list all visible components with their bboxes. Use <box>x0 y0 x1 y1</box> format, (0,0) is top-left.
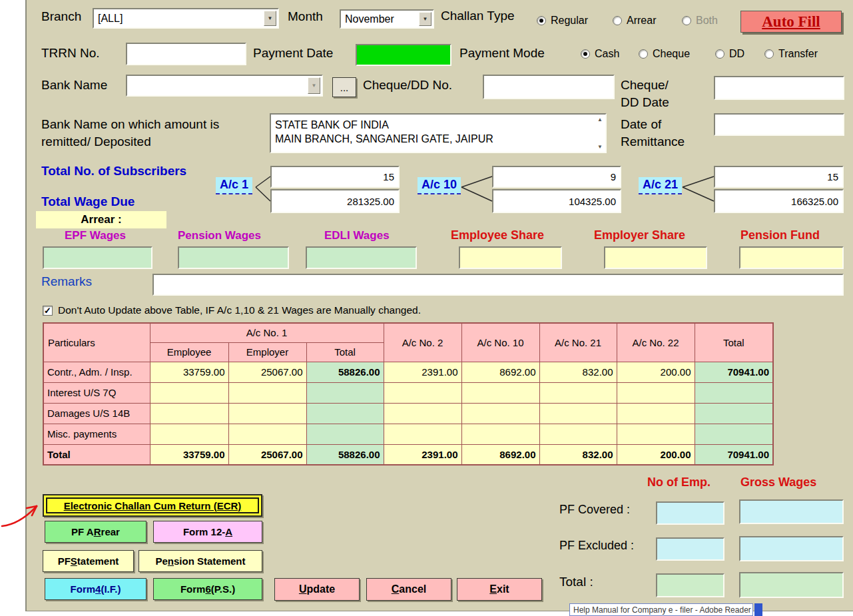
month-label: Month <box>288 9 323 24</box>
table-cell[interactable]: 70941.00 <box>695 362 773 382</box>
dropdown-arrow-icon[interactable]: ▼ <box>419 12 431 26</box>
pf-excluded-wages-input[interactable] <box>739 536 844 561</box>
radio-challan-both[interactable]: Both <box>682 15 718 27</box>
scroll-up-icon[interactable]: ▲ <box>597 117 603 123</box>
pf-covered-wages-input[interactable] <box>739 499 844 524</box>
table-cell[interactable] <box>228 403 306 424</box>
table-cell[interactable] <box>150 382 228 403</box>
table-cell[interactable] <box>306 403 384 424</box>
pension-statement-button[interactable]: Pension Statement <box>139 550 262 572</box>
scroll-down-icon[interactable]: ▼ <box>597 144 603 150</box>
exit-button[interactable]: Exit <box>457 578 542 601</box>
dropdown-arrow-icon[interactable]: ▼ <box>264 11 276 26</box>
pf-arrear-label-key: R <box>94 526 101 537</box>
epf-wages-input[interactable] <box>43 246 152 269</box>
bank-browse-button[interactable]: ... <box>332 77 356 97</box>
auto-update-checkbox-label: Don't Auto Update above Table, IF A/c 1,… <box>58 304 421 316</box>
account-1-subscribers-input[interactable]: 15 <box>270 166 400 188</box>
table-cell[interactable]: 25067.00 <box>228 362 306 382</box>
cheque-dd-no-input[interactable] <box>483 75 615 99</box>
account-21-wage-input[interactable]: 166325.00 <box>714 189 844 213</box>
table-cell[interactable] <box>539 382 617 403</box>
trrn-input[interactable] <box>126 43 246 65</box>
date-of-remittance-label-line2: Remittance <box>621 133 685 151</box>
cancel-button[interactable]: Cancel <box>366 578 451 601</box>
total-emp-input[interactable] <box>656 573 724 597</box>
form-6-label-post: (P.S.) <box>211 583 235 595</box>
form-4-button[interactable]: Form 4 (I.F.) <box>45 578 146 600</box>
remitted-bank-line2: MAIN BRANCH, SANGANERI GATE, JAIPUR <box>275 132 593 146</box>
table-cell[interactable] <box>617 424 695 444</box>
table-cell[interactable] <box>150 403 228 424</box>
form-6-button[interactable]: Form 6 (P.S.) <box>153 578 262 600</box>
table-cell[interactable] <box>384 403 461 424</box>
table-cell[interactable] <box>306 382 384 403</box>
table-cell[interactable] <box>384 382 461 403</box>
radio-challan-regular[interactable]: Regular <box>537 15 588 27</box>
ecr-button[interactable]: Electronic Challan Cum Return (ECR) <box>43 494 262 517</box>
table-cell[interactable] <box>461 403 539 424</box>
table-cell[interactable] <box>539 424 617 444</box>
pf-statement-label-key: S <box>71 555 77 567</box>
pf-excluded-emp-input[interactable] <box>656 537 724 561</box>
table-cell[interactable] <box>228 424 306 444</box>
radio-mode-transfer[interactable]: Transfer <box>764 48 818 60</box>
radio-challan-arrear[interactable]: Arrear <box>613 15 656 27</box>
scrollbar[interactable]: ▲ ▼ <box>595 115 605 151</box>
radio-label: Arrear <box>627 15 656 27</box>
employer-share-input[interactable] <box>604 246 707 269</box>
table-cell[interactable]: 2391.00 <box>384 362 461 382</box>
table-cell[interactable] <box>539 403 617 424</box>
row-label: Misc. payments <box>43 424 150 444</box>
table-cell[interactable] <box>384 424 461 444</box>
pension-wages-input[interactable] <box>178 246 289 269</box>
account-10-wage-input[interactable]: 104325.00 <box>492 189 621 213</box>
table-cell[interactable] <box>617 403 695 424</box>
account-10-subscribers-input[interactable]: 9 <box>492 166 621 188</box>
remarks-input[interactable] <box>152 274 844 296</box>
pf-statement-button[interactable]: PF Statement <box>43 550 134 572</box>
employee-share-input[interactable] <box>459 246 562 269</box>
account-1-wage-input[interactable]: 281325.00 <box>270 189 400 213</box>
bank-name-select[interactable]: ▼ <box>126 75 323 97</box>
total-wages-input[interactable] <box>739 572 844 598</box>
pf-covered-emp-input[interactable] <box>656 501 724 525</box>
auto-fill-button[interactable]: Auto Fill <box>740 11 842 33</box>
edli-wages-input[interactable] <box>306 246 417 269</box>
exit-label-post: xit <box>497 583 509 595</box>
table-cell[interactable] <box>306 424 384 444</box>
remitted-bank-label-line1: Bank Name on which amount is <box>41 116 219 133</box>
table-cell[interactable]: 58826.00 <box>306 362 384 382</box>
dropdown-arrow-icon[interactable]: ▼ <box>308 77 320 94</box>
branch-select-value: [ALL] <box>94 9 278 27</box>
account-21-subscribers-input[interactable]: 15 <box>714 166 844 188</box>
table-cell[interactable] <box>695 382 773 403</box>
cheque-dd-date-input[interactable] <box>714 76 844 100</box>
month-select[interactable]: November ▼ <box>340 9 434 29</box>
pension-fund-input[interactable] <box>739 246 844 269</box>
table-cell[interactable]: 200.00 <box>617 362 695 382</box>
table-cell[interactable] <box>695 424 773 444</box>
total-wage-due-label: Total Wage Due <box>41 194 135 209</box>
table-cell[interactable] <box>150 424 228 444</box>
update-button[interactable]: Update <box>274 578 360 601</box>
pf-arrear-button[interactable]: PF ARrear <box>45 521 146 543</box>
table-cell[interactable]: 33759.00 <box>150 362 228 382</box>
payment-date-input[interactable] <box>356 44 451 66</box>
table-cell[interactable] <box>461 424 539 444</box>
table-cell[interactable]: 8692.00 <box>461 362 539 382</box>
table-cell[interactable] <box>695 403 773 424</box>
radio-mode-dd[interactable]: DD <box>715 48 744 60</box>
date-of-remittance-input[interactable] <box>714 113 844 136</box>
table-cell[interactable]: 832.00 <box>539 362 617 382</box>
branch-select[interactable]: [ALL] ▼ <box>93 8 279 29</box>
table-cell[interactable] <box>617 382 695 403</box>
radio-mode-cheque[interactable]: Cheque <box>639 48 690 60</box>
radio-mode-cash[interactable]: Cash <box>581 48 619 60</box>
table-cell[interactable] <box>228 382 306 403</box>
pension-fund-label: Pension Fund <box>740 228 820 242</box>
table-cell[interactable] <box>461 382 539 403</box>
remitted-bank-input[interactable]: STATE BANK OF INDIA MAIN BRANCH, SANGANE… <box>270 113 607 153</box>
auto-update-checkbox[interactable]: ✓ <box>43 306 53 316</box>
form-12a-button[interactable]: Form 12-A <box>153 521 262 543</box>
